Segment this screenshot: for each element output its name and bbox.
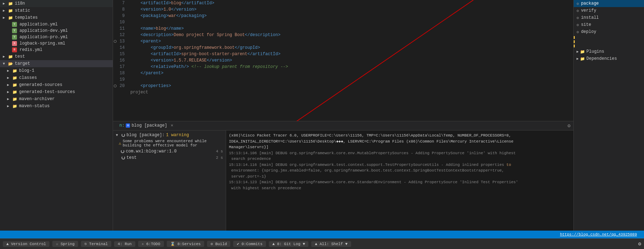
build-item-warning[interactable]: ⚠ Some problems were encountered while b… bbox=[113, 138, 226, 148]
sidebar-item-templates[interactable]: templates bbox=[0, 14, 113, 21]
sidebar-item-test[interactable]: test bbox=[0, 53, 113, 60]
item-label: redis.yml bbox=[19, 47, 42, 52]
taskbar-item-terminal[interactable]: ⎋ Terminal bbox=[81, 241, 111, 247]
folder-icon bbox=[12, 103, 18, 109]
maven-item-verify[interactable]: ⚙ verify bbox=[574, 7, 644, 14]
folder-icon bbox=[12, 75, 18, 81]
log-line-7: environment: {spring.jmx.enabled=false, … bbox=[229, 168, 571, 174]
project-label: project bbox=[129, 89, 573, 95]
log-line-3: Manager\lservrc}] bbox=[229, 144, 571, 150]
folder-open-icon bbox=[8, 61, 13, 66]
line-number: 18 bbox=[113, 70, 129, 76]
code-line-12: 12 <description>Demo project for Spring … bbox=[113, 32, 573, 38]
redis-icon: R bbox=[12, 47, 17, 52]
build-log[interactable]: (x86)\Cisco Packet Tracer 6.0, USERPROFI… bbox=[226, 131, 573, 231]
maven-item-dependencies[interactable]: ▶ 📁 Dependencies bbox=[574, 55, 644, 62]
arrow-icon: ▶ bbox=[577, 50, 579, 54]
sidebar-item-logback-spring-xml[interactable]: X logback-spring.xml bbox=[0, 40, 113, 47]
maven-item-install[interactable]: ⚙ install bbox=[574, 14, 644, 21]
sidebar-item-maven-status[interactable]: maven-status bbox=[0, 103, 113, 110]
sidebar-item-application-dev-yml[interactable]: Y application-dev.yml bbox=[0, 28, 113, 34]
taskbar-item-run[interactable]: 4: Run bbox=[114, 241, 135, 247]
settings-icon[interactable]: ⚙ bbox=[638, 241, 641, 247]
arrow-icon bbox=[116, 133, 120, 137]
gear-icon: ⚙ bbox=[577, 16, 579, 20]
line-number: 11 bbox=[113, 25, 129, 32]
code-line-13: 13 <parent> bbox=[113, 38, 573, 45]
taskbar-item-services[interactable]: ⌛ 8:Services bbox=[167, 241, 205, 247]
taskbar-item-version-control[interactable]: ▲ Version Control bbox=[3, 241, 49, 247]
sidebar-item-i18n[interactable]: i18n bbox=[0, 0, 113, 7]
sidebar-item-generated-test-sources[interactable]: generated-test-sources bbox=[0, 88, 113, 95]
status-url[interactable]: https://blog.csdn.net/qq_43925089 bbox=[560, 232, 637, 237]
sidebar-item-generated-sources[interactable]: generated-sources bbox=[0, 81, 113, 88]
settings-gear-icon[interactable]: ⚙ bbox=[568, 123, 571, 129]
build-item-test[interactable]: test 2 s bbox=[113, 155, 226, 161]
taskbar-item-spring[interactable]: ☆ Spring bbox=[52, 241, 78, 247]
arrow-icon bbox=[3, 8, 7, 13]
maven-item-site[interactable]: ⚙ site bbox=[574, 21, 644, 28]
code-editor[interactable]: 7 <artifactId>blog</artifactId> 8 <versi… bbox=[113, 0, 573, 121]
log-line-6: 15:13:14.116 [main] DEBUG org.springfram… bbox=[229, 162, 571, 168]
folder-icon-deps: 📁 bbox=[580, 57, 585, 61]
build-item-blog-package[interactable]: blog [package]: 1 warning bbox=[113, 132, 226, 138]
taskbar-item-build[interactable]: ⊙ Build bbox=[207, 241, 230, 247]
line-number: 14 bbox=[113, 45, 129, 51]
folder-icon bbox=[12, 89, 18, 95]
code-line-11: 11 <name>blog</name> bbox=[113, 25, 573, 32]
sidebar-item-classes[interactable]: classes bbox=[0, 74, 113, 81]
sidebar-item-application-yml[interactable]: Y application.yml bbox=[0, 21, 113, 28]
line-content: <relativePath/> <!-- lookup parent from … bbox=[129, 64, 573, 70]
item-label: static bbox=[15, 8, 30, 13]
item-label: classes bbox=[19, 75, 37, 80]
item-label: test bbox=[15, 54, 25, 59]
line-number: 16 bbox=[113, 57, 129, 64]
gear-icon: ⚙ bbox=[577, 1, 579, 6]
sidebar-item-application-pro-yml[interactable]: Y application-pro.yml bbox=[0, 34, 113, 40]
maven-item-package[interactable]: ⚙ package bbox=[574, 0, 644, 7]
folder-icon bbox=[8, 1, 13, 6]
maven-item-deploy[interactable]: ⚙ deploy bbox=[574, 28, 644, 35]
item-label: templates bbox=[15, 15, 38, 20]
taskbar-item-shelf[interactable]: ▲ All: Shelf ▼ bbox=[311, 241, 351, 247]
maven-label: deploy bbox=[581, 29, 596, 34]
warning-text: Some problems were encountered while bui… bbox=[123, 139, 223, 147]
line-number: 15 bbox=[113, 51, 129, 57]
line-number: 20 bbox=[113, 83, 129, 89]
bottom-tabs-bar: n: m blog [package] ✕ ⚙ bbox=[113, 121, 573, 131]
sidebar-item-target[interactable]: target bbox=[0, 60, 113, 67]
close-icon[interactable]: ✕ bbox=[171, 123, 173, 128]
line-content: <version>1.0</version> bbox=[129, 6, 573, 13]
arrow-icon bbox=[7, 104, 11, 108]
editor-area: 7 <artifactId>blog</artifactId> 8 <versi… bbox=[113, 0, 573, 231]
build-label: blog [package]: bbox=[126, 133, 165, 138]
code-line-7: 7 <artifactId>blog</artifactId> bbox=[113, 0, 573, 6]
status-bar: https://blog.csdn.net/qq_43925089 bbox=[0, 231, 644, 238]
maven-item-plugins[interactable]: ▶ 📁 Plugins bbox=[574, 48, 644, 55]
build-tree: blog [package]: 1 warning ⚠ Some problem… bbox=[113, 131, 226, 231]
maven-label: package bbox=[581, 1, 599, 6]
line-number: 8 bbox=[113, 6, 129, 13]
sidebar-item-static[interactable]: static bbox=[0, 7, 113, 14]
folder-icon bbox=[12, 68, 18, 74]
sidebar-item-blog-1[interactable]: blog-1 bbox=[0, 67, 113, 74]
file-tree[interactable]: i18n static templates Y application.yml … bbox=[0, 0, 113, 231]
line-number: 9 bbox=[113, 13, 129, 19]
line-content: <parent> bbox=[129, 38, 573, 45]
code-line-17: 17 <relativePath/> <!-- lookup parent fr… bbox=[113, 64, 573, 70]
sidebar-item-redis-yml[interactable]: R redis.yml bbox=[0, 47, 113, 53]
taskbar-item-git-log[interactable]: ▲ 8: Git Log ▼ bbox=[269, 241, 308, 247]
tab-label: blog [package] bbox=[131, 123, 167, 128]
build-item-com-wxl[interactable]: com.wxl:blog:war:1.0 4 s bbox=[113, 148, 226, 155]
spin-icon-2 bbox=[122, 156, 125, 160]
run-tab[interactable]: n: m blog [package] ✕ bbox=[116, 122, 177, 129]
yaml-icon: Y bbox=[12, 28, 17, 33]
log-line-1: (x86)\Cisco Packet Tracer 6.0, USERPROFI… bbox=[229, 133, 571, 139]
arrow-icon bbox=[3, 16, 7, 20]
log-line-5: search precedence bbox=[229, 156, 571, 162]
taskbar-item-commits[interactable]: ✔ 0:Commits bbox=[233, 241, 266, 247]
taskbar-item-todo[interactable]: ✧ 6:TODO bbox=[138, 241, 164, 247]
arrow-icon bbox=[3, 62, 7, 66]
sidebar-item-maven-archiver[interactable]: maven-archiver bbox=[0, 95, 113, 103]
arrow-icon: ▶ bbox=[577, 57, 579, 61]
